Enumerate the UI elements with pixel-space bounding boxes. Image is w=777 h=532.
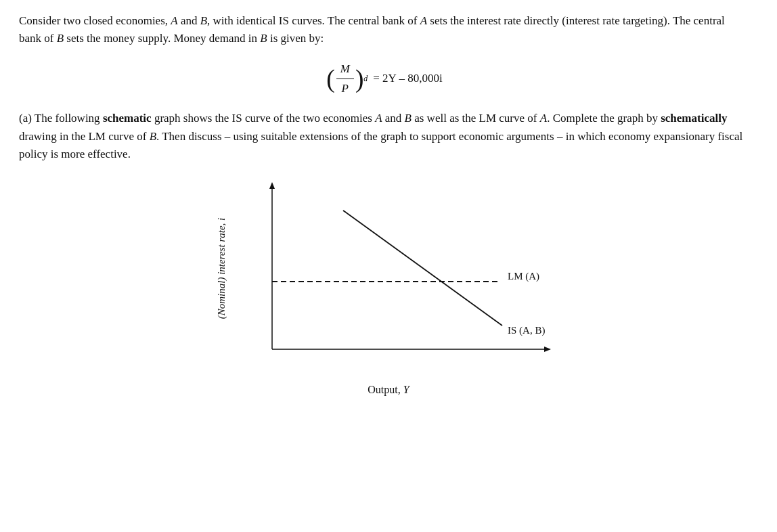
graph-wrapper: (Nominal) interest rate, i IS (A, B) <box>213 177 564 380</box>
economy-b-2: B <box>57 32 64 45</box>
part-a-text4: . Complete the graph by <box>547 112 661 125</box>
para1-and: and <box>178 14 200 27</box>
economy-b-4: B <box>405 112 412 125</box>
open-paren: ( <box>326 66 334 91</box>
main-text-block: Consider two closed economies, A and B, … <box>19 12 750 163</box>
x-axis-label: Output, Y <box>213 384 564 396</box>
y-axis-label-text: (Nominal) interest rate, i <box>217 218 228 319</box>
paragraph-1: Consider two closed economies, A and B, … <box>19 12 750 48</box>
economy-a-3: A <box>375 112 382 125</box>
graph-area: (Nominal) interest rate, i IS (A, B) <box>19 177 758 396</box>
svg-marker-4 <box>269 182 275 189</box>
y-variable: Y <box>403 384 409 395</box>
part-a-text5: drawing in the LM curve of <box>19 130 150 143</box>
x-axis-label-text: Output, Y <box>368 384 409 395</box>
para1-rest4: is given by: <box>267 32 324 45</box>
para1-rest1: , with identical IS curves. The central … <box>207 14 420 27</box>
economy-a-2: A <box>420 14 427 27</box>
graph-svg: IS (A, B) LM (A) <box>231 177 563 380</box>
para1-text1: Consider two closed economies, <box>19 14 171 27</box>
schematic-bold-1: schematic <box>103 112 152 125</box>
is-label: IS (A, B) <box>508 325 545 336</box>
para1-rest3: sets the money supply. Money demand in <box>64 32 260 45</box>
paragraph-2: (a) The following schematic graph shows … <box>19 110 750 163</box>
economy-b-3: B <box>260 32 267 45</box>
graph-svg-container: IS (A, B) LM (A) <box>231 177 564 380</box>
svg-marker-5 <box>544 347 551 352</box>
part-a-text1: The following <box>35 112 103 125</box>
and2: and <box>382 112 405 125</box>
close-paren: ) <box>355 66 363 91</box>
lm-a-label: LM (A) <box>508 271 539 282</box>
fraction-denominator: P <box>338 79 353 97</box>
fraction-mp: M P <box>336 60 354 98</box>
y-axis-label-container: (Nominal) interest rate, i <box>213 177 231 359</box>
fraction-numerator: M <box>336 60 354 79</box>
formula-paren-group: ( M P ) d <box>326 60 368 98</box>
part-a-text3: as well as the LM curve of <box>412 112 540 125</box>
part-a-text2: graph shows the IS curve of the two econ… <box>152 112 375 125</box>
economy-b-1: B <box>200 14 207 27</box>
economy-b-5: B <box>150 130 156 143</box>
formula-rhs: = 2Y – 80,000i <box>373 70 442 87</box>
exponent-d: d <box>363 72 368 85</box>
formula-block: ( M P ) d = 2Y – 80,000i <box>19 60 750 98</box>
economy-a-1: A <box>171 14 177 27</box>
schematically-bold: schematically <box>661 112 727 125</box>
part-a-label: (a) <box>19 112 32 125</box>
economy-a-4: A <box>540 112 547 125</box>
svg-line-2 <box>343 210 502 326</box>
